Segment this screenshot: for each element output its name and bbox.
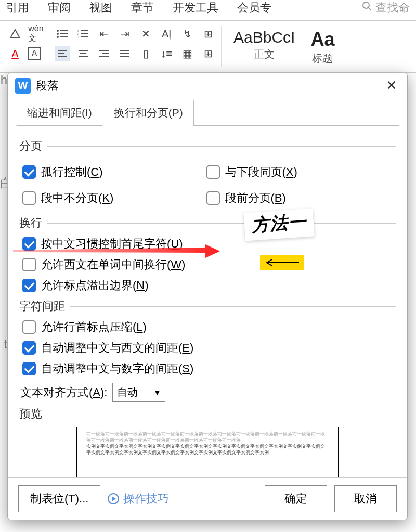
shading-icon[interactable]: ▦ (179, 46, 195, 61)
preview-box: 前一段落前一段落前一段落前一段落前一段落前一段落前一段落前一段落前一段落前一段落… (76, 427, 339, 477)
label-keep-with-next: 与下段同页(X) (225, 164, 297, 180)
ok-button[interactable]: 确定 (265, 485, 327, 512)
cancel-button[interactable]: 取消 (334, 485, 397, 512)
checkbox-latin-word-wrap[interactable] (22, 258, 36, 271)
checkbox-keep-with-next[interactable] (206, 165, 220, 179)
close-button[interactable]: ✕ (383, 77, 400, 94)
label-widow-control: 孤行控制(C) (41, 164, 103, 180)
toolbar: wén文 A A 123 ⇤ ⇥ ✕ Aļ ↯ ⊞ ▯ ↕≡ ▦ ⊞ (0, 21, 416, 73)
annotation-text: 方法一 (251, 210, 307, 237)
play-icon (108, 493, 119, 504)
tips-link[interactable]: 操作技巧 (108, 491, 169, 507)
annotation-arrow-yellow (260, 255, 304, 270)
clear-format-icon[interactable]: ✕ (138, 26, 153, 42)
number-list-icon[interactable]: 123 (75, 26, 91, 42)
section-char-spacing: 字符间距 (19, 299, 396, 314)
menu-chapter[interactable]: 章节 (131, 0, 154, 16)
align-center-icon[interactable] (75, 46, 91, 61)
style-label: 标题 (310, 51, 334, 66)
borders-icon[interactable]: ⊞ (200, 46, 216, 61)
label-cjk-first-last: 按中文习惯控制首尾字符(U) (41, 236, 183, 252)
svg-point-3 (57, 30, 59, 32)
checkbox-hanging-punctuation[interactable] (22, 279, 36, 292)
text-direction-icon[interactable]: Aļ (159, 26, 174, 42)
dialog-tabs: 缩进和间距(I) 换行和分页(P) (8, 98, 407, 126)
svg-point-5 (57, 33, 59, 35)
section-preview: 预览 (19, 406, 396, 422)
svg-line-1 (369, 8, 371, 10)
menu-view[interactable]: 视图 (89, 0, 112, 16)
indent-left-icon[interactable]: ⇤ (96, 26, 112, 42)
checkbox-cjk-latin-spacing[interactable] (22, 341, 36, 355)
select-text-alignment[interactable]: 自动 ▼ (112, 383, 165, 402)
align-left-icon[interactable] (55, 46, 70, 61)
tab-line-page-break[interactable]: 换行和分页(P) (103, 100, 194, 126)
search-icon (362, 1, 372, 15)
chevron-down-icon: ▼ (153, 388, 161, 397)
label-compress-punct: 允许行首标点压缩(L) (41, 319, 147, 335)
section-pagination: 分页 (19, 138, 396, 154)
menu-ref[interactable]: 引用 (6, 0, 29, 16)
document-background: h白t (0, 73, 7, 530)
menu-review[interactable]: 审阅 (48, 0, 71, 16)
tabs-button[interactable]: 制表位(T)... (18, 485, 100, 512)
paragraph-dialog: W 段落 ✕ 缩进和间距(I) 换行和分页(P) 分页 孤行控制(C) 与下段同… (7, 73, 408, 520)
checkbox-widow-control[interactable] (22, 165, 36, 179)
section-line-break: 换行 (19, 215, 396, 231)
checkbox-keep-together[interactable] (22, 191, 36, 205)
checkbox-compress-punct[interactable] (22, 320, 36, 334)
label-cjk-digit-spacing: 自动调整中文与数字的间距(S) (41, 361, 193, 377)
style-preview: Aa (310, 29, 334, 50)
bullet-list-icon[interactable] (55, 26, 70, 42)
label-text-alignment: 文本对齐方式(A): (20, 385, 107, 400)
dialog-footer: 制表位(T)... 操作技巧 确定 取消 (8, 477, 407, 520)
svg-point-7 (57, 36, 59, 38)
distribute-icon[interactable]: ▯ (138, 46, 153, 61)
tab-indent-spacing[interactable]: 缩进和间距(I) (16, 100, 103, 126)
label-keep-together: 段中不分页(K) (41, 190, 113, 206)
label-hanging-punctuation: 允许标点溢出边界(N) (41, 278, 149, 293)
svg-rect-2 (10, 37, 20, 38)
style-normal[interactable]: AaBbCcI 正文 (228, 26, 301, 64)
style-label: 正文 (233, 47, 295, 61)
search-placeholder: 查找命 (375, 0, 410, 16)
style-preview: AaBbCcI (233, 29, 295, 46)
label-page-break-before: 段前分页(B) (225, 190, 286, 206)
align-justify-icon[interactable] (117, 46, 133, 61)
label-cjk-latin-spacing: 自动调整中文与西文的间距(E) (41, 340, 193, 356)
checkbox-page-break-before[interactable] (206, 191, 220, 205)
replace-icon[interactable]: ⊞ (200, 26, 216, 42)
menu-dev[interactable]: 开发工具 (173, 0, 218, 16)
dialog-body: 分页 孤行控制(C) 与下段同页(X) 段中不分页(K) 段前分页(B) 换行 (8, 126, 407, 477)
svg-point-0 (363, 2, 369, 8)
paint-icon[interactable] (7, 26, 23, 42)
checkbox-cjk-first-last[interactable] (22, 237, 36, 251)
search-area[interactable]: 查找命 (362, 0, 410, 16)
underline-icon[interactable]: A (7, 46, 23, 61)
label-latin-word-wrap: 允许西文在单词中间换行(W) (41, 257, 185, 273)
align-right-icon[interactable] (96, 46, 112, 61)
char-border-icon[interactable]: A (28, 47, 41, 60)
style-heading[interactable]: Aa 标题 (305, 26, 340, 68)
convert-icon[interactable]: ↯ (179, 26, 195, 42)
ribbon-menu: 引用 审阅 视图 章节 开发工具 会员专 查找命 (0, 0, 416, 21)
indent-right-icon[interactable]: ⇥ (117, 26, 133, 42)
checkbox-cjk-digit-spacing[interactable] (22, 362, 36, 375)
menu-vip[interactable]: 会员专 (237, 0, 271, 16)
dialog-title: 段落 (36, 78, 59, 94)
dialog-title-bar: W 段落 ✕ (8, 73, 407, 98)
svg-text:3: 3 (77, 35, 79, 39)
line-spacing-icon[interactable]: ↕≡ (159, 46, 174, 61)
annotation-callout: 方法一 (243, 208, 314, 241)
app-icon: W (15, 78, 31, 94)
pinyin-icon[interactable]: wén文 (28, 26, 44, 42)
